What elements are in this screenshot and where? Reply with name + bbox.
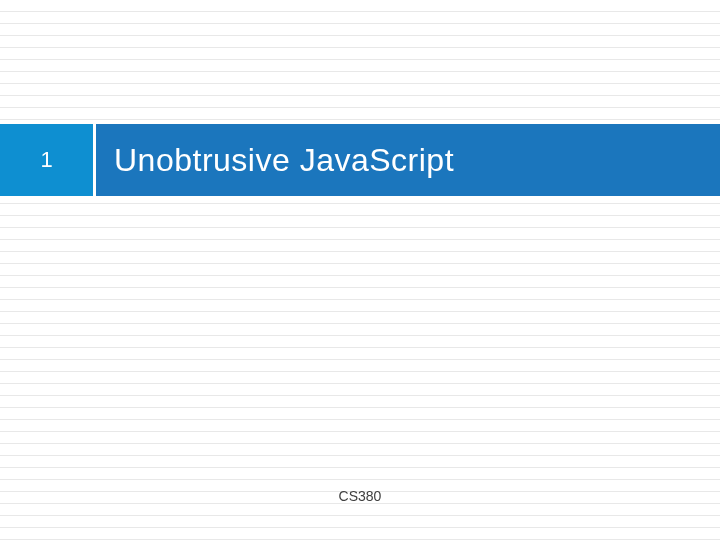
title-box: Unobtrusive JavaScript: [96, 124, 720, 196]
slide-background: [0, 0, 720, 540]
title-bar: 1 Unobtrusive JavaScript: [0, 124, 720, 196]
footer-text: CS380: [0, 488, 720, 504]
page-number-box: 1: [0, 124, 96, 196]
page-number: 1: [40, 147, 52, 173]
course-code: CS380: [339, 488, 382, 504]
slide-title: Unobtrusive JavaScript: [114, 142, 454, 179]
